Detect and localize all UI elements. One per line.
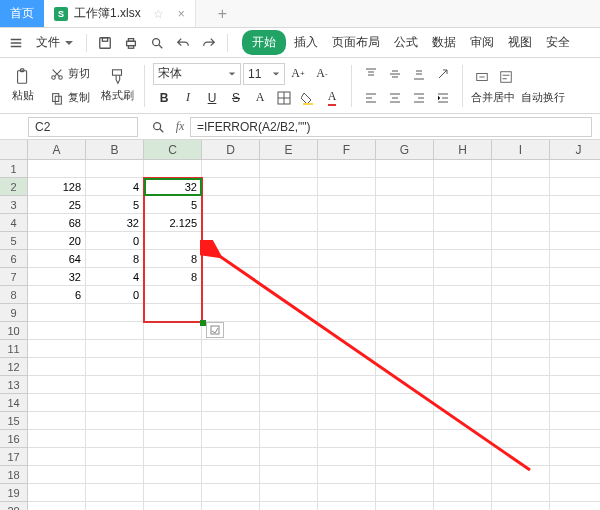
row-header-11[interactable]: 11: [0, 340, 28, 358]
cell-J12[interactable]: [550, 358, 600, 376]
underline-icon[interactable]: U: [201, 87, 223, 109]
cell-F15[interactable]: [318, 412, 376, 430]
cell-J2[interactable]: [550, 178, 600, 196]
ribbon-tab-review[interactable]: 审阅: [464, 30, 500, 55]
cell-E17[interactable]: [260, 448, 318, 466]
cell-A5[interactable]: 20: [28, 232, 86, 250]
cell-E1[interactable]: [260, 160, 318, 178]
cell-D14[interactable]: [202, 394, 260, 412]
cell-C3[interactable]: 5: [144, 196, 202, 214]
align-bottom-icon[interactable]: [408, 63, 430, 85]
cell-D18[interactable]: [202, 466, 260, 484]
cell-G17[interactable]: [376, 448, 434, 466]
italic-icon[interactable]: I: [177, 87, 199, 109]
cell-A18[interactable]: [28, 466, 86, 484]
row-header-13[interactable]: 13: [0, 376, 28, 394]
row-header-9[interactable]: 9: [0, 304, 28, 322]
cell-E8[interactable]: [260, 286, 318, 304]
cell-B9[interactable]: [86, 304, 144, 322]
cell-I15[interactable]: [492, 412, 550, 430]
cell-H10[interactable]: [434, 322, 492, 340]
cell-B10[interactable]: [86, 322, 144, 340]
cell-D11[interactable]: [202, 340, 260, 358]
cell-A14[interactable]: [28, 394, 86, 412]
cell-E20[interactable]: [260, 502, 318, 510]
cell-A6[interactable]: 64: [28, 250, 86, 268]
cell-F17[interactable]: [318, 448, 376, 466]
cell-E13[interactable]: [260, 376, 318, 394]
cut-button[interactable]: 剪切: [46, 63, 94, 85]
cell-A15[interactable]: [28, 412, 86, 430]
cell-H16[interactable]: [434, 430, 492, 448]
cell-D12[interactable]: [202, 358, 260, 376]
row-header-6[interactable]: 6: [0, 250, 28, 268]
cell-F13[interactable]: [318, 376, 376, 394]
col-header-H[interactable]: H: [434, 140, 492, 160]
cell-B16[interactable]: [86, 430, 144, 448]
cell-G4[interactable]: [376, 214, 434, 232]
cell-A19[interactable]: [28, 484, 86, 502]
cell-G3[interactable]: [376, 196, 434, 214]
row-header-12[interactable]: 12: [0, 358, 28, 376]
formula-input[interactable]: =IFERROR(A2/B2,""): [190, 117, 592, 137]
cell-J8[interactable]: [550, 286, 600, 304]
row-header-16[interactable]: 16: [0, 430, 28, 448]
cell-D3[interactable]: [202, 196, 260, 214]
cell-F16[interactable]: [318, 430, 376, 448]
row-header-1[interactable]: 1: [0, 160, 28, 178]
align-middle-icon[interactable]: [384, 63, 406, 85]
align-right-icon[interactable]: [408, 87, 430, 109]
merge-icon[interactable]: [471, 66, 493, 88]
cell-A20[interactable]: [28, 502, 86, 510]
cell-B12[interactable]: [86, 358, 144, 376]
cell-E15[interactable]: [260, 412, 318, 430]
cell-C17[interactable]: [144, 448, 202, 466]
cell-H11[interactable]: [434, 340, 492, 358]
cell-A13[interactable]: [28, 376, 86, 394]
cell-D16[interactable]: [202, 430, 260, 448]
cell-F3[interactable]: [318, 196, 376, 214]
cell-F1[interactable]: [318, 160, 376, 178]
cell-G14[interactable]: [376, 394, 434, 412]
cell-J17[interactable]: [550, 448, 600, 466]
cell-G6[interactable]: [376, 250, 434, 268]
cell-E7[interactable]: [260, 268, 318, 286]
cell-C14[interactable]: [144, 394, 202, 412]
cell-B20[interactable]: [86, 502, 144, 510]
cell-H6[interactable]: [434, 250, 492, 268]
cell-I2[interactable]: [492, 178, 550, 196]
cell-E2[interactable]: [260, 178, 318, 196]
fill-color-icon[interactable]: [297, 87, 319, 109]
cell-I5[interactable]: [492, 232, 550, 250]
indent-icon[interactable]: [432, 87, 454, 109]
search-icon[interactable]: [146, 115, 170, 139]
font-style-icon[interactable]: A: [249, 87, 271, 109]
cell-E14[interactable]: [260, 394, 318, 412]
font-grow-icon[interactable]: A+: [287, 63, 309, 85]
cell-H3[interactable]: [434, 196, 492, 214]
cell-C4[interactable]: 2.125: [144, 214, 202, 232]
cell-J4[interactable]: [550, 214, 600, 232]
cell-F4[interactable]: [318, 214, 376, 232]
bold-icon[interactable]: B: [153, 87, 175, 109]
cell-C11[interactable]: [144, 340, 202, 358]
cell-G2[interactable]: [376, 178, 434, 196]
cell-I7[interactable]: [492, 268, 550, 286]
row-header-5[interactable]: 5: [0, 232, 28, 250]
file-menu[interactable]: 文件: [30, 34, 80, 51]
cell-I20[interactable]: [492, 502, 550, 510]
cell-H15[interactable]: [434, 412, 492, 430]
cell-C16[interactable]: [144, 430, 202, 448]
cell-B6[interactable]: 8: [86, 250, 144, 268]
print-icon[interactable]: [119, 31, 143, 55]
cell-H17[interactable]: [434, 448, 492, 466]
cell-I1[interactable]: [492, 160, 550, 178]
cell-E10[interactable]: [260, 322, 318, 340]
cell-I10[interactable]: [492, 322, 550, 340]
cell-B1[interactable]: [86, 160, 144, 178]
cell-F20[interactable]: [318, 502, 376, 510]
font-select[interactable]: 宋体: [153, 63, 241, 85]
cell-D6[interactable]: [202, 250, 260, 268]
cell-J11[interactable]: [550, 340, 600, 358]
cell-I13[interactable]: [492, 376, 550, 394]
